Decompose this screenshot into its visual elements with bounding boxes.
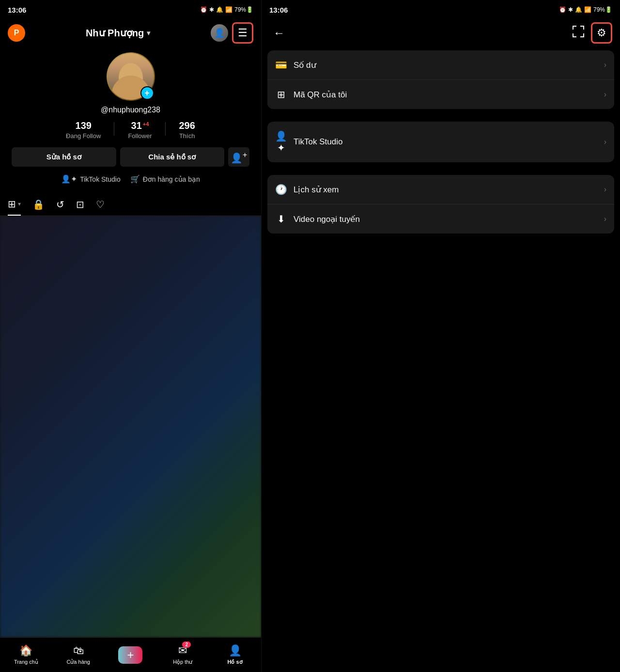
lock-icon: 🔒 [32,199,45,210]
share-profile-button[interactable]: Chia sẻ hồ sơ [120,147,225,167]
right-top-nav: ← ⚙ [262,19,620,47]
quick-links: 👤✦ TikTok Studio 🛒 Đơn hàng của bạn [57,174,204,184]
studio-icon: 👤✦ [61,174,77,184]
offline-label: Video ngoại tuyến [294,214,360,224]
svg-rect-5 [573,33,574,37]
tag-icon: ⊡ [76,199,84,210]
home-label: Trang chủ [14,659,38,665]
stat-likes[interactable]: 296 Thích [166,120,209,140]
likes-label: Thích [179,132,195,140]
chevron-right-icon-3: › [604,138,606,146]
status-bar-right: 13:06 ⏰ ✱ 🔔 📶 79%🔋 [262,0,620,19]
menu-section-content: 🕐 Lịch sử xem › ⬇ Video ngoại tuyến › [267,175,614,234]
tab-repost[interactable]: ↺ [56,194,64,215]
right-nav-actions: ⚙ [572,22,612,44]
add-friend-button[interactable]: 👤+ [228,147,249,167]
status-bar-left: 13:06 ⏰ ✱ 🔔 📶 79%🔋 [0,0,261,19]
scan-button[interactable] [572,25,585,41]
tab-videos[interactable]: ⊞ ▾ [8,193,21,216]
repost-icon: ↺ [56,199,64,210]
profile-icon: 👤 [229,644,242,657]
nav-profile[interactable]: 👤 Hồ sơ [209,641,261,669]
menu-item-history[interactable]: 🕐 Lịch sử xem › [267,175,614,204]
back-button[interactable]: ← [269,24,289,42]
stat-followers[interactable]: 31 +4 Follower [114,120,165,140]
follower-label: Follower [128,132,152,140]
tab-tagged[interactable]: ⊡ [76,194,84,215]
nav-home[interactable]: 🏠 Trang chủ [0,641,52,669]
username: @nhuphuong238 [101,106,160,114]
top-nav-left: P Như Phượng ▾ 👤 ☰ [0,19,261,47]
add-friend-icon: 👤+ [231,150,248,164]
settings-button[interactable]: ⚙ [591,22,612,44]
following-label: Đang Follow [66,132,101,140]
shop-label: Cửa hàng [66,659,90,665]
studio-label: TikTok Studio [80,175,121,183]
chevron-right-icon-5: › [604,215,606,223]
menu-section-finance: 💳 Số dư › ⊞ Mã QR của tôi › [267,50,614,109]
home-icon: 🏠 [19,644,32,657]
profile-section: + @nhuphuong238 139 Đang Follow 31 +4 Fo… [0,47,261,193]
inbox-badge-container: ✉ 2 [178,644,187,657]
menu-section-studio: 👤✦ TikTok Studio › [267,122,614,162]
video-placeholder [0,216,261,637]
menu-button[interactable]: ☰ [232,22,253,44]
menu-item-studio[interactable]: 👤✦ TikTok Studio › [267,122,614,162]
nav-shop[interactable]: 🛍 Cửa hàng [52,641,105,669]
shop-icon: 🛍 [73,644,84,657]
orders-label: Đơn hàng của bạn [143,175,200,183]
svg-rect-1 [573,26,574,30]
menu-item-qr[interactable]: ⊞ Mã QR của tôi › [267,80,614,109]
chevron-down-icon: ▾ [147,29,150,37]
avatar-container: + [107,52,155,101]
chevron-right-icon-2: › [604,90,606,99]
avatar[interactable]: 👤 [211,24,228,42]
chevron-right-icon-4: › [604,185,606,194]
wallet-icon: 💳 [275,59,287,71]
cart-icon: 🛒 [130,174,140,184]
menu-item-offline[interactable]: ⬇ Video ngoại tuyến › [267,204,614,234]
nav-inbox[interactable]: ✉ 2 Hộp thư [156,641,209,669]
profile-name[interactable]: Như Phượng ▾ [86,27,150,39]
inbox-label: Hộp thư [173,659,192,665]
history-label: Lịch sử xem [294,185,339,195]
time-left: 13:06 [8,6,26,14]
studio-menu-label: TikTok Studio [294,137,342,147]
p-badge: P [8,24,25,42]
time-right: 13:06 [269,6,288,14]
follower-badge: +4 [143,121,149,127]
plus-icon: + [127,648,134,662]
menu-item-balance[interactable]: 💳 Số dư › [267,50,614,80]
chevron-right-icon: › [604,61,606,69]
hamburger-icon: ☰ [238,27,248,39]
likes-count: 296 [179,120,195,131]
add-button[interactable]: + [140,86,154,100]
following-count: 139 [76,120,92,131]
tiktok-studio-link[interactable]: 👤✦ TikTok Studio [61,174,121,184]
left-panel: 13:06 ⏰ ✱ 🔔 📶 79%🔋 P Như Phượng ▾ 👤 ☰ [0,0,262,672]
status-icons-right: ⏰ ✱ 🔔 📶 79%🔋 [559,6,612,13]
status-icons-left: ⏰ ✱ 🔔 📶 79%🔋 [200,6,253,13]
qr-label: Mã QR của tôi [294,90,347,100]
tab-liked[interactable]: ♡ [96,194,105,215]
balance-label: Số dư [294,60,316,70]
edit-profile-button[interactable]: Sửa hồ sơ [12,147,116,167]
svg-rect-3 [583,26,584,30]
follower-count: 31 +4 [131,120,149,131]
stats-row: 139 Đang Follow 31 +4 Follower 296 Thích [8,120,253,140]
heart-icon: ♡ [96,199,105,210]
orders-link[interactable]: 🛒 Đơn hàng của bạn [130,174,200,184]
nav-create[interactable]: + [105,642,157,668]
gear-icon: ⚙ [597,27,606,39]
stat-following[interactable]: 139 Đang Follow [52,120,114,140]
content-tabs: ⊞ ▾ 🔒 ↺ ⊡ ♡ [0,193,261,216]
create-button[interactable]: + [118,646,142,664]
action-buttons: Sửa hồ sơ Chia sẻ hồ sơ 👤+ [8,147,253,167]
right-panel: 13:06 ⏰ ✱ 🔔 📶 79%🔋 ← [262,0,620,672]
tab-private[interactable]: 🔒 [32,194,45,215]
studio-menu-icon: 👤✦ [275,130,287,154]
profile-label: Hồ sơ [228,659,243,665]
video-grid [0,216,261,637]
offline-icon: ⬇ [275,213,287,225]
svg-rect-7 [583,33,584,37]
